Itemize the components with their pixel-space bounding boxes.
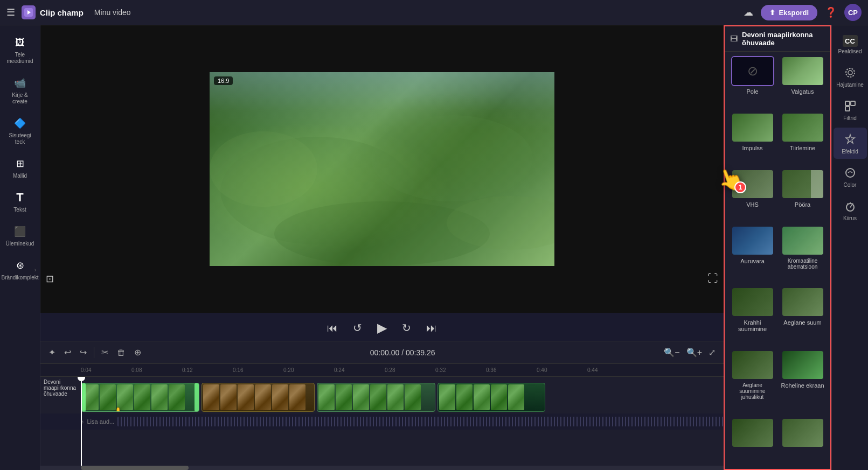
rs-item-subtitles[interactable]: CC Pealdised	[834, 31, 867, 59]
rs-item-blur[interactable]: Hajutamine	[834, 61, 867, 92]
play-button[interactable]: ▶	[375, 318, 389, 338]
effect-label-steam: Auruvara	[740, 258, 765, 264]
undo-button[interactable]: ↩	[63, 346, 73, 359]
ruler-mark: 0:40	[537, 367, 587, 373]
effects-panel-header: 🎞 Devoni maapiirkonna õhuvaade	[725, 26, 830, 52]
help-icon[interactable]: ❓	[825, 6, 837, 18]
clip-thumbnail	[491, 384, 507, 410]
zoom-in-button[interactable]: 🔍+	[685, 346, 704, 359]
svg-point-8	[848, 71, 852, 75]
clip-thumbnail	[336, 384, 352, 410]
effect-slow-zoom[interactable]: Aeglane suum	[779, 287, 826, 347]
clip-segment-4[interactable]	[438, 383, 545, 412]
fit-timeline-button[interactable]: ⤢	[707, 346, 717, 359]
rewind-button[interactable]: ↺	[351, 319, 364, 336]
clip-thumbnail	[439, 384, 455, 410]
main-content-row: 16:9 ⊡ ⛶ ⏮ ↺ ▶ ↻ ⏭ ✦	[40, 25, 868, 470]
clip-handle-left[interactable]	[81, 383, 86, 411]
minu-video-nav[interactable]: Minu video	[90, 6, 135, 19]
brand-chevron: ›	[34, 266, 36, 272]
blur-icon	[843, 65, 858, 80]
time-separator: /	[401, 348, 406, 357]
sidebar-item-templates[interactable]: ⊞ Mallid	[2, 152, 38, 184]
skip-back-button[interactable]: ⏮	[325, 320, 340, 336]
svg-rect-9	[845, 101, 850, 106]
clip-segment-1[interactable]: 👆 1	[81, 383, 199, 412]
clip-thumbnail	[100, 384, 116, 410]
rs-label-effects: Efektid	[842, 149, 858, 155]
effect-green-screen[interactable]: Roheline ekraan	[779, 350, 826, 415]
effect-brightness[interactable]: Valgatus	[779, 56, 826, 109]
clip-thumbnail	[238, 384, 254, 410]
sidebar-item-media[interactable]: 🖼 Teie meediumid	[2, 31, 38, 69]
timeline-toolbar: ✦ ↩ ↪ ✂ 🗑 ⊕ 00:00.00 / 00:39.26	[40, 341, 724, 364]
effect-chromatic[interactable]: Kromaatiline aberratsioon	[779, 226, 826, 284]
sidebar-item-stickers[interactable]: 🔷 Sisuteegi teck	[2, 111, 38, 150]
skip-forward-button[interactable]: ⏭	[424, 320, 439, 336]
effects-panel-title: Devoni maapiirkonna õhuvaade	[742, 31, 825, 47]
svg-point-5	[210, 131, 317, 207]
filters-icon	[843, 99, 858, 114]
clip-thumbnail	[169, 384, 185, 410]
effect-extra-2[interactable]	[779, 418, 826, 465]
clip-thumbnail	[289, 384, 305, 410]
timeline-area: ✦ ↩ ↪ ✂ 🗑 ⊕ 00:00.00 / 00:39.26	[40, 341, 724, 470]
rs-label-blur: Hajutamine	[836, 82, 864, 88]
right-sidebar: CC Pealdised Hajutamine Filtrid	[831, 25, 868, 470]
add-media-button[interactable]: ⊕	[133, 346, 143, 359]
clip-segment-3[interactable]	[317, 383, 435, 412]
video-frame	[210, 72, 554, 266]
hamburger-menu[interactable]: ☰	[6, 6, 15, 18]
sidebar-item-brand[interactable]: ⊛ Brändikomplekt ›	[2, 254, 38, 285]
sidebar-item-transitions[interactable]: ⬛ Üleminekud	[2, 220, 38, 251]
track-label: Devoni maapiirkonna õhuvaade	[40, 377, 81, 413]
video-container: 16:9	[210, 72, 554, 266]
sidebar-label-brand: Brändikomplekt	[2, 275, 39, 281]
effect-steam[interactable]: Auruvara	[729, 226, 776, 284]
rs-item-effects[interactable]: Efektid	[834, 128, 867, 159]
no-effect-icon: ⊘	[747, 64, 758, 79]
auto-compose-button[interactable]: ✦	[47, 346, 57, 359]
captions-button[interactable]: ⊡	[46, 273, 54, 285]
subtitles-icon: CC	[843, 35, 858, 47]
fullscreen-button[interactable]: ⛶	[707, 272, 718, 285]
effect-thumb-crash-zoom	[731, 287, 774, 317]
clip-handle-right[interactable]	[195, 383, 199, 411]
rs-item-color[interactable]: Color	[834, 161, 867, 192]
logo-icon	[22, 5, 36, 19]
timeline-scrollbar[interactable]	[40, 466, 724, 470]
playhead[interactable]	[81, 377, 82, 466]
ruler-mark: 0:08	[131, 367, 182, 373]
clip-segment-2[interactable]	[202, 383, 315, 412]
clip-thumbnail	[134, 384, 150, 410]
cloud-save-icon[interactable]: ☁	[744, 6, 753, 18]
cut-button[interactable]: ✂	[100, 346, 110, 359]
timeline-scrollbar-thumb[interactable]	[81, 466, 189, 470]
effect-crash-zoom[interactable]: Krahhi suumimine	[729, 287, 776, 347]
rs-item-speed[interactable]: Kiirus	[834, 194, 867, 226]
delete-button[interactable]: 🗑	[115, 346, 127, 359]
ruler-mark: 0:36	[486, 367, 537, 373]
effect-extra-1[interactable]	[729, 418, 776, 465]
zoom-out-button[interactable]: 🔍−	[662, 346, 681, 359]
sidebar-item-text[interactable]: T Tekst	[2, 186, 38, 218]
effect-none[interactable]: ⊘ Pole	[729, 56, 776, 109]
clip-thumbnail	[370, 384, 386, 410]
effect-thumb-steam	[731, 226, 774, 256]
ruler-mark: 0:04	[81, 367, 131, 373]
effect-impulse[interactable]: Impulss	[729, 113, 776, 166]
rs-item-filters[interactable]: Filtrid	[834, 94, 867, 125]
effect-slow-zoom-random[interactable]: Aeglane suumimine juhuslikut	[729, 350, 776, 415]
avatar[interactable]: CP	[844, 4, 862, 21]
audio-label: Lisa aud...	[87, 418, 115, 425]
effect-vhs[interactable]: VHS	[729, 169, 776, 222]
sidebar-item-record[interactable]: 📹 Kirje & create	[2, 71, 38, 109]
redo-button[interactable]: ↪	[78, 346, 88, 359]
export-button[interactable]: ⬆ Ekspordi	[761, 5, 817, 20]
forward-button[interactable]: ↻	[400, 319, 413, 336]
effect-thumb-vhs	[731, 169, 774, 199]
effect-rotate[interactable]: Pööra	[779, 169, 826, 222]
topbar-nav: Minu video	[90, 6, 738, 19]
effect-spin[interactable]: Tiirlemine	[779, 113, 826, 166]
aspect-ratio-badge: 16:9	[214, 76, 233, 85]
